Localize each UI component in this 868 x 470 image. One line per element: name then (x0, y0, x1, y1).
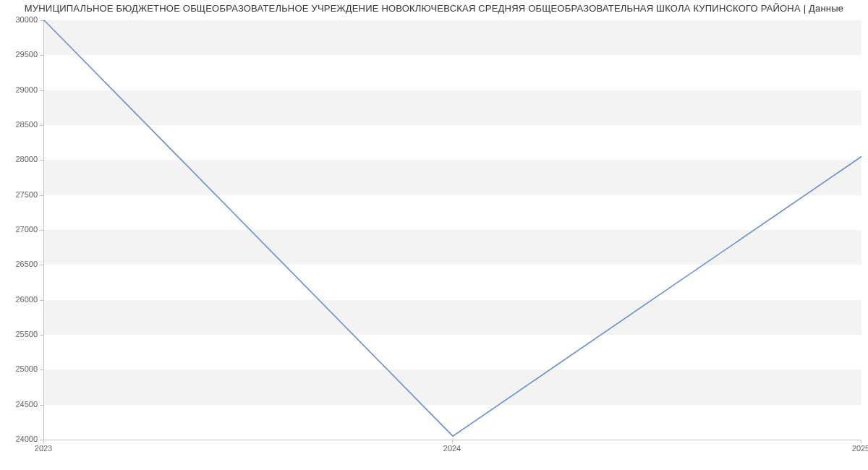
y-tick-label: 30000 (7, 15, 38, 24)
chart-container: МУНИЦИПАЛЬНОЕ БЮДЖЕТНОЕ ОБЩЕОБРАЗОВАТЕЛЬ… (0, 0, 868, 470)
y-tick-label: 27000 (7, 225, 38, 234)
y-tick (40, 160, 43, 161)
y-tick (40, 335, 43, 336)
y-tick (40, 369, 43, 370)
y-tick-label: 27500 (7, 190, 38, 199)
y-tick (40, 230, 43, 231)
line-layer (44, 20, 861, 440)
x-tick (452, 440, 453, 443)
y-tick (40, 125, 43, 126)
y-tick (40, 405, 43, 406)
x-tick-label: 2024 (443, 444, 461, 453)
y-tick-label: 29000 (7, 85, 38, 94)
y-tick-label: 28000 (7, 155, 38, 163)
y-tick-label: 26000 (7, 295, 38, 304)
y-tick-label: 25500 (7, 330, 38, 338)
data-line (44, 20, 861, 436)
y-tick-label: 28500 (7, 120, 38, 129)
y-tick (40, 55, 43, 56)
y-tick-label: 24500 (7, 400, 38, 409)
plot-area (43, 20, 861, 440)
chart-title: МУНИЦИПАЛЬНОЕ БЮДЖЕТНОЕ ОБЩЕОБРАЗОВАТЕЛЬ… (0, 3, 868, 14)
y-tick-label: 29500 (7, 50, 38, 59)
y-tick-label: 24000 (7, 435, 38, 443)
x-tick-label: 2025 (852, 444, 868, 453)
y-tick (40, 20, 43, 21)
x-tick (43, 440, 44, 443)
x-tick (861, 440, 861, 443)
y-tick (40, 265, 43, 265)
y-tick (40, 300, 43, 301)
y-tick (40, 90, 43, 91)
y-tick-label: 26500 (7, 260, 38, 268)
y-tick-label: 25000 (7, 364, 38, 373)
y-tick (40, 195, 43, 196)
x-tick-label: 2023 (35, 444, 52, 453)
